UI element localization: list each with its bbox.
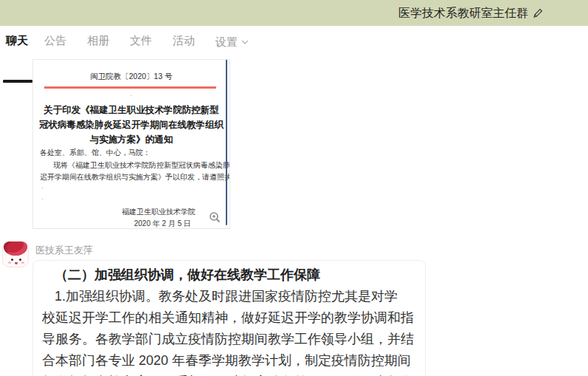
tab-album[interactable]: 相册 (87, 26, 109, 55)
tab-files-label: 文件 (130, 34, 152, 47)
avatar-cheek (8, 262, 11, 264)
avatar[interactable] (2, 241, 29, 267)
tab-settings-label: 设置 (215, 35, 238, 48)
doc-title-line: 冠状病毒感染肺炎延迟开学期间在线教学组织 (33, 117, 229, 132)
message-line: 导服务。各教学部门成立疫情防控期间教学工作领导小组，并结 (42, 329, 416, 350)
avatar-eye (19, 259, 21, 261)
active-tab-underline (3, 80, 32, 83)
message-line: 校延迟开学工作的相关通知精神，做好延迟开学的教学协调和指 (42, 307, 416, 329)
doc-paragraph-mark: · (33, 184, 229, 191)
avatar-cheek (21, 262, 24, 264)
doc-paragraph-mark: · (33, 195, 229, 202)
doc-red-rule (44, 86, 216, 89)
message-line: 1.加强组织协调。教务处及时跟进国家疫情防控尤其是对学 (42, 286, 416, 307)
sender-name: 医技系王友萍 (35, 244, 93, 257)
tab-settings[interactable]: 设置 (215, 26, 249, 55)
tab-announcements-label: 公告 (44, 34, 66, 47)
message-line: 合本部门各专业 2020 年春季学期教学计划，制定疫情防控期间 (42, 350, 416, 372)
tab-activities[interactable]: 活动 (173, 26, 195, 55)
doc-title-line: 与实施方案》的通知 (33, 132, 229, 147)
doc-page-edge-line (226, 60, 227, 225)
doc-body-line: 现将《福建卫生职业技术学院防控新型冠状病毒感染肺炎延 (33, 160, 229, 171)
group-tab-bar: 聊天 公告 相册 文件 活动 设置 (0, 26, 588, 58)
doc-title-line: 关于印发《福建卫生职业技术学院防控新型 (33, 103, 229, 117)
doc-body-line: 迟开学期间在线教学组织与实施方案》予以印发，请遵照执行。 (33, 171, 229, 182)
doc-date: 2020 年 2 月 5 日 (33, 219, 229, 229)
doc-number: 闽卫院教〔2020〕13 号 (33, 72, 229, 82)
tab-chat-label: 聊天 (6, 34, 28, 47)
tab-chat[interactable]: 聊天 (6, 26, 28, 55)
avatar-eye (11, 259, 13, 261)
zoom-in-icon[interactable] (209, 211, 221, 224)
doc-paragraph-mark: · (33, 92, 229, 99)
tab-album-label: 相册 (87, 34, 109, 47)
edit-group-name-icon[interactable] (532, 7, 544, 19)
tab-announcements[interactable]: 公告 (44, 26, 66, 55)
tab-activities-label: 活动 (173, 34, 195, 47)
doc-salutation: 各处室、系部、馆、中心，马院： (33, 147, 229, 158)
message-line: 教学组织实施方案，各系部、马院暂定准备第 1-4 周的网上教学 (42, 372, 416, 376)
text-message-bubble[interactable]: （二）加强组织协调，做好在线教学工作保障 1.加强组织协调。教务处及时跟进国家疫… (32, 260, 426, 376)
doc-signature: 福建卫生职业技术学院 (33, 207, 229, 217)
chat-window: 医学技术系教研室主任群 聊天 公告 相册 文件 活动 设置 闽卫院教〔2020〕… (0, 0, 588, 376)
tab-files[interactable]: 文件 (130, 26, 152, 55)
chevron-down-icon (241, 26, 249, 55)
document-image-message[interactable]: 闽卫院教〔2020〕13 号 · 关于印发《福建卫生职业技术学院防控新型 冠状病… (32, 59, 230, 229)
avatar-hat (4, 241, 27, 256)
message-heading: （二）加强组织协调，做好在线教学工作保障 (42, 264, 416, 286)
window-title-bar: 医学技术系教研室主任群 (0, 0, 588, 26)
group-title: 医学技术系教研室主任群 (398, 0, 528, 26)
avatar-mouth (15, 262, 18, 264)
